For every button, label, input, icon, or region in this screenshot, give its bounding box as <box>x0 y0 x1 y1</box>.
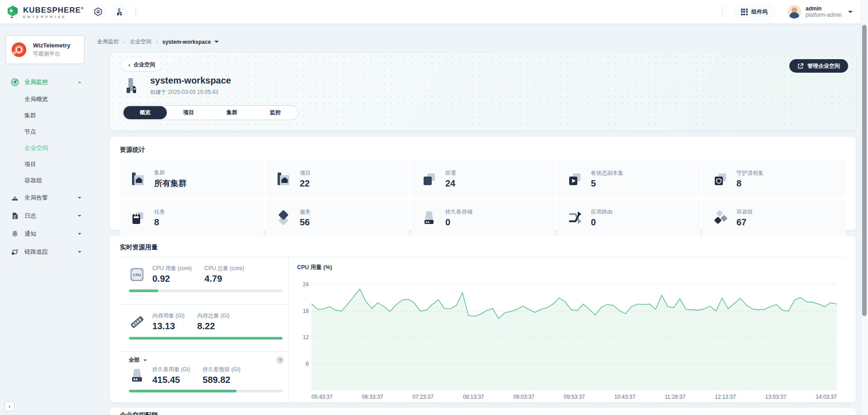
stat-value: 24 <box>445 178 456 189</box>
product-subtitle: 可观测平台 <box>33 51 71 57</box>
chart-y-tick: 18 <box>296 308 309 314</box>
kubesphere-logo[interactable]: KUBESPHERE® ENTERPRISE <box>7 5 84 19</box>
workspace-title: system-workspace <box>150 75 231 86</box>
cpu-icon: CPU <box>129 266 145 283</box>
stat-tile-projects[interactable]: 项目 22 <box>265 160 409 197</box>
breadcrumb: 全局监控 › 企业空间 › system-workspace <box>97 38 868 46</box>
workspace-quota-card: 企业空间配额 <box>110 408 856 415</box>
sidebar-item-projects[interactable]: 项目 <box>0 156 89 173</box>
stat-label: 有状态副本集 <box>591 169 623 177</box>
cpu-progress-bar <box>129 289 283 292</box>
memory-total-value: 8.22 <box>197 321 229 331</box>
sidebar-item-global-alerting[interactable]: 全局告警 <box>0 189 89 207</box>
sidebar-item-workspaces[interactable]: 企业空间 <box>0 140 89 156</box>
back-label: 企业空间 <box>133 61 155 69</box>
volume-disk-icon <box>129 368 145 384</box>
breadcrumb-workspaces[interactable]: 企业空间 <box>130 38 151 46</box>
resource-stats-card: 资源统计 集群 所有集群 <box>110 137 856 230</box>
volume-filter-select[interactable]: 全部 <box>129 356 147 364</box>
stat-tile-routes[interactable]: 应用路由 0 <box>557 199 700 236</box>
sidebar-item-global-monitoring[interactable]: 全局监控 <box>0 73 89 91</box>
cluster-icon <box>129 170 147 188</box>
workspace-tabs: 概览 项目 集群 监控 <box>122 105 298 120</box>
cpu-used-label: CPU 用量 (core) <box>152 265 192 272</box>
stat-tile-statefulsets[interactable]: 有状态副本集 5 <box>557 160 700 197</box>
realtime-usage-title: 实时资源用量 <box>120 243 846 252</box>
user-menu[interactable]: admin platform-admin <box>788 5 853 19</box>
user-caret-icon <box>848 11 853 13</box>
chart-x-tick: 11:28:37 <box>665 394 685 400</box>
stat-label: 服务 <box>300 208 311 216</box>
stat-value: 8 <box>736 178 764 189</box>
breadcrumb-global-monitoring[interactable]: 全局监控 <box>97 38 119 46</box>
resource-stats-grid: 集群 所有集群 项目 22 <box>120 160 846 236</box>
stat-value: 0 <box>591 217 613 228</box>
sidebar-item-nodes[interactable]: 节点 <box>0 124 89 140</box>
external-link-icon <box>797 63 803 69</box>
sidebar-collapse-button[interactable]: ‹ <box>5 401 14 411</box>
wiztelemetry-logo-icon <box>10 41 28 58</box>
bell-icon <box>11 230 19 238</box>
sidebar-item-label: 链路追踪 <box>24 248 78 256</box>
sidebar-menu: 全局监控 全局概览 集群 节点 企业空间 项目 容器组 全局告警 <box>0 73 89 261</box>
sidebar-item-pods[interactable]: 容器组 <box>0 173 89 189</box>
stat-tile-daemonsets[interactable]: 守护进程集 8 <box>702 160 846 197</box>
sidebar: WizTelemetry 可观测平台 全局监控 全局概览 集群 节点 企业空间 … <box>0 23 89 415</box>
stat-value: 56 <box>300 217 311 228</box>
chart-area-line <box>311 276 837 390</box>
sidebar-item-tracing[interactable]: 链路追踪 <box>0 243 89 261</box>
stat-label: 项目 <box>300 169 311 177</box>
job-icon <box>129 209 147 227</box>
main-content: 全局监控 › 企业空间 › system-workspace ‹ 企业空间 sy… <box>89 23 868 415</box>
cpu-total-label: CPU 总量 (core) <box>204 265 244 272</box>
chart-y-tick: 6 <box>296 361 309 367</box>
header-divider-left <box>136 6 136 17</box>
help-icon[interactable]: ? <box>276 356 284 364</box>
tab-projects[interactable]: 项目 <box>167 106 210 119</box>
stat-tile-deployments[interactable]: 部署 24 <box>411 160 555 197</box>
stat-tile-pods[interactable]: 容器组 67 <box>702 199 846 236</box>
workspace-building-icon <box>123 77 141 95</box>
chart-x-tick: 05:43:37 <box>311 394 333 400</box>
sidebar-item-label: 全局监控 <box>24 78 78 86</box>
monitoring-gauge-icon <box>11 78 19 86</box>
tab-overview[interactable]: 概览 <box>123 106 167 119</box>
sidebar-item-clusters[interactable]: 集群 <box>0 107 89 124</box>
workspace-quota-title: 企业空间配额 <box>120 411 846 415</box>
stat-value: 所有集群 <box>154 178 187 189</box>
sidebar-item-global-overview[interactable]: 全局概览 <box>0 91 89 107</box>
component-dock-button[interactable]: 组件坞 <box>733 4 776 19</box>
sidebar-item-notifications[interactable]: 通知 <box>0 225 89 243</box>
breadcrumb-separator: › <box>123 39 125 45</box>
back-to-workspaces-button[interactable]: ‹ 企业空间 <box>122 59 161 71</box>
chart-x-tick: 09:53:37 <box>564 394 585 400</box>
cpu-usage-block: CPU CPU 用量 (core) 0.92 CPU 总量 (core) 4.7… <box>120 257 288 304</box>
stat-tile-persistent-volumes[interactable]: 持久卷存储 0 <box>411 199 555 236</box>
chevron-up-icon <box>78 81 81 83</box>
scrollbar-track[interactable] <box>861 0 868 415</box>
stat-tile-jobs[interactable]: 任务 8 <box>120 199 264 236</box>
cpu-usage-chart[interactable]: 6121824 <box>311 276 837 390</box>
log-icon <box>11 212 19 220</box>
volume-reserved-value: 589.82 <box>203 375 240 385</box>
volume-usage-block: 全部 ? 持久卷用量 (Gi) <box>120 351 288 403</box>
alarm-icon <box>11 194 19 202</box>
sidebar-item-logs[interactable]: 日志 <box>0 207 89 225</box>
chevron-down-icon <box>78 251 81 253</box>
stat-tile-services[interactable]: 服务 56 <box>265 199 409 236</box>
scrollbar-thumb[interactable] <box>862 25 867 316</box>
chart-x-tick: 07:23:37 <box>412 394 434 400</box>
stat-tile-clusters[interactable]: 集群 所有集群 <box>120 160 264 197</box>
workspaces-nav-button[interactable] <box>112 4 127 19</box>
top-header: KUBESPHERE® ENTERPRISE 组件坞 admin pl <box>0 0 868 23</box>
product-switcher[interactable]: WizTelemetry 可观测平台 <box>5 35 85 64</box>
breadcrumb-current-workspace[interactable]: system-workspace <box>162 39 219 45</box>
manage-workspace-button[interactable]: 管理企业空间 <box>789 59 848 73</box>
tab-clusters[interactable]: 集群 <box>210 106 254 119</box>
daemonset-icon <box>711 170 729 188</box>
clusters-nav-button[interactable] <box>90 4 106 19</box>
chart-x-tick: 14:03:37 <box>816 394 837 400</box>
tab-monitoring[interactable]: 监控 <box>254 106 297 119</box>
avatar <box>788 5 801 19</box>
chevron-left-icon: ‹ <box>128 61 130 68</box>
